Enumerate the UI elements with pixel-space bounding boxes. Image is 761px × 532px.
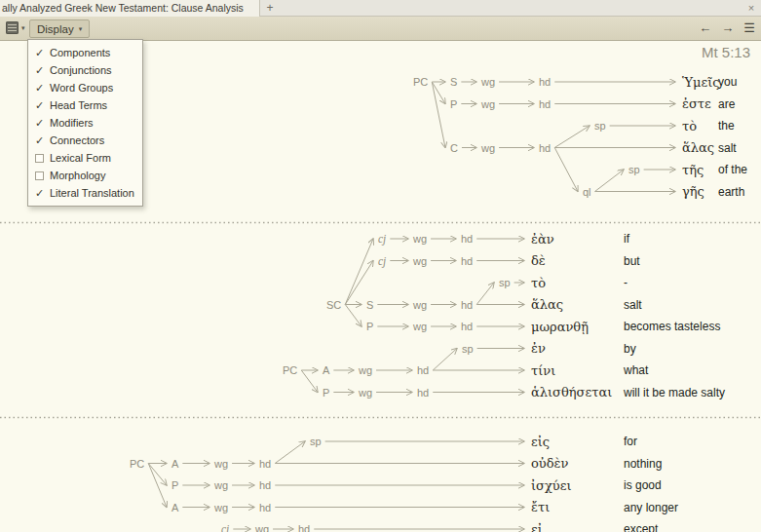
node-label-hd[interactable]: hd (417, 364, 429, 376)
menu-item-modifiers[interactable]: ✓Modifiers (28, 114, 142, 132)
node-label-A[interactable]: A (323, 364, 330, 376)
node-label-SC[interactable]: SC (326, 299, 341, 311)
greek-word[interactable]: ἁλισθήσεται (531, 385, 612, 399)
greek-word[interactable]: ἐν (531, 341, 546, 356)
greek-word[interactable]: δὲ (531, 253, 546, 268)
node-label-sp[interactable]: sp (499, 277, 511, 288)
new-tab-button[interactable]: + (260, 0, 280, 16)
literal-translation: will it be made salty (623, 386, 725, 399)
node-label-C[interactable]: C (450, 142, 458, 154)
node-label-wg[interactable]: wg (480, 98, 495, 110)
close-icon[interactable]: × (744, 0, 758, 16)
node-label-hd[interactable]: hd (259, 502, 271, 513)
greek-word[interactable]: ἐὰν (531, 232, 554, 247)
node-label-wg[interactable]: wg (213, 479, 228, 491)
node-label-ql[interactable]: ql (583, 186, 591, 198)
node-label-hd[interactable]: hd (461, 299, 473, 311)
menu-item-word-groups[interactable]: ✓Word Groups (28, 79, 142, 96)
checkmark-icon: ✓ (35, 47, 50, 59)
menu-item-head-terms[interactable]: ✓Head Terms (28, 96, 142, 114)
node-label-wg[interactable]: wg (412, 255, 427, 267)
node-label-hd[interactable]: hd (417, 387, 429, 399)
greek-word[interactable]: τὸ (682, 119, 697, 133)
node-label-P[interactable]: P (171, 479, 178, 491)
node-label-PC[interactable]: PC (130, 458, 144, 470)
node-label-sp[interactable]: sp (628, 164, 640, 175)
node-label-wg[interactable]: wg (412, 299, 427, 311)
forward-arrow-icon[interactable]: → (721, 20, 734, 35)
greek-word[interactable]: τὸ (531, 276, 546, 290)
node-label-P[interactable]: P (450, 98, 457, 110)
greek-word[interactable]: εἰ (531, 522, 543, 532)
menu-item-conjunctions[interactable]: ✓Conjunctions (28, 61, 142, 79)
node-label-PC[interactable]: PC (283, 364, 297, 376)
node-label-hd[interactable]: hd (539, 98, 551, 110)
node-label-P[interactable]: P (323, 387, 329, 399)
arrow-connector (554, 148, 578, 192)
literal-translation: salt (718, 141, 737, 155)
greek-word[interactable]: τῆς (682, 163, 704, 177)
node-label-sp[interactable]: sp (462, 343, 474, 355)
greek-word[interactable]: ἅλας (531, 297, 563, 312)
greek-word[interactable]: γῆς (682, 184, 704, 199)
greek-word[interactable]: τίνι (531, 363, 555, 378)
node-label-hd[interactable]: hd (461, 255, 473, 267)
node-label-wg[interactable]: wg (358, 364, 372, 376)
literal-translation: by (624, 342, 636, 356)
node-label-wg[interactable]: wg (412, 321, 427, 332)
greek-word[interactable]: μωρανθῇ (531, 320, 589, 335)
greek-word[interactable]: ἐστε (682, 96, 711, 111)
node-label-wg[interactable]: wg (480, 76, 495, 88)
node-label-S[interactable]: S (366, 299, 373, 311)
node-label-PC[interactable]: PC (413, 76, 428, 88)
node-label-wg[interactable]: wg (213, 458, 228, 470)
node-label-hd[interactable]: hd (461, 321, 473, 332)
tab-bar: ally Analyzed Greek New Testament: Claus… (0, 0, 761, 17)
tab-clause-analysis[interactable]: ally Analyzed Greek New Testament: Claus… (0, 0, 260, 17)
node-label-hd[interactable]: hd (461, 233, 473, 245)
greek-word[interactable]: ἰσχύει (531, 478, 572, 493)
node-label-sp[interactable]: sp (594, 120, 606, 132)
greek-word[interactable]: Ὑμεῖς (682, 75, 720, 90)
node-label-hd[interactable]: hd (259, 458, 271, 470)
node-label-wg[interactable]: wg (412, 233, 427, 245)
toolbar-right-icons: ← → ☰ (699, 20, 755, 35)
node-label-wg[interactable]: wg (480, 142, 495, 154)
node-label-A[interactable]: A (171, 458, 179, 470)
greek-word[interactable]: ἔτι (531, 500, 550, 514)
node-label-cj[interactable]: cj (221, 523, 229, 532)
app-window: ally Analyzed Greek New Testament: Claus… (0, 0, 761, 532)
checkmark-icon: ✓ (35, 99, 50, 112)
greek-word[interactable]: εἰς (531, 435, 550, 449)
node-label-cj[interactable]: cj (378, 255, 386, 268)
greek-word[interactable]: ἅλας (682, 140, 714, 155)
literal-translation: is good (624, 478, 662, 492)
node-label-hd[interactable]: hd (539, 76, 551, 88)
node-label-hd[interactable]: hd (539, 142, 551, 154)
display-menu-button[interactable]: Display ▾ (29, 19, 90, 38)
node-label-P[interactable]: P (366, 321, 373, 332)
node-label-hd[interactable]: hd (259, 479, 271, 491)
hamburger-menu-icon[interactable]: ☰ (743, 20, 755, 35)
node-label-cj[interactable]: cj (378, 233, 386, 246)
node-label-hd[interactable]: hd (298, 523, 310, 532)
greek-word[interactable]: οὐδὲν (531, 456, 569, 471)
node-label-wg[interactable]: wg (213, 502, 228, 513)
back-arrow-icon[interactable]: ← (699, 20, 711, 35)
menu-item-connectors[interactable]: ✓Connectors (28, 132, 142, 149)
menu-item-literal-translation[interactable]: ✓Literal Translation (28, 184, 142, 202)
node-label-A[interactable]: A (171, 502, 179, 513)
panel-menu-button[interactable]: ▾ (6, 21, 25, 34)
literal-translation: of the (718, 163, 747, 176)
node-label-S[interactable]: S (450, 76, 457, 88)
menu-item-morphology[interactable]: Morphology (28, 167, 142, 184)
literal-translation: - (624, 276, 628, 289)
node-label-sp[interactable]: sp (310, 436, 322, 447)
menu-item-components[interactable]: ✓Components (28, 44, 142, 61)
checkmark-icon: ✓ (35, 64, 50, 77)
menu-item-lexical-form[interactable]: Lexical Form (28, 149, 142, 167)
arrow-connector (595, 170, 624, 192)
node-label-wg[interactable]: wg (358, 387, 372, 399)
node-label-wg[interactable]: wg (254, 523, 269, 532)
arrow-connector (301, 370, 318, 393)
